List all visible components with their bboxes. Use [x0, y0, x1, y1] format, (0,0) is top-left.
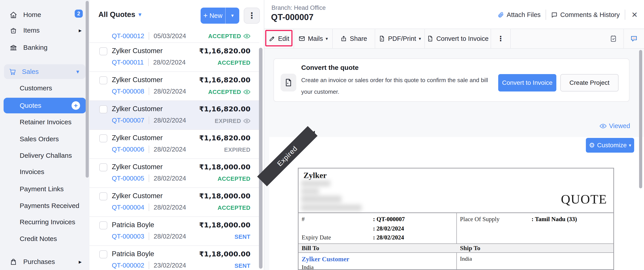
- row-checkbox[interactable]: [99, 163, 107, 171]
- quote-date: 28/02/2024: [154, 204, 186, 211]
- sidebar-item-credit-notes[interactable]: Credit Notes: [0, 232, 90, 246]
- quote-number-link[interactable]: QT-000008: [112, 88, 144, 95]
- divider: [149, 117, 149, 124]
- row-checkbox[interactable]: [99, 221, 107, 229]
- sidebar-item-delivery-challans[interactable]: Delivery Challans: [0, 149, 90, 162]
- quote-row[interactable]: Zylker Customer QT-00000828/02/2024 ₹1,1…: [90, 72, 260, 101]
- sidebar-item-label: Quotes: [20, 102, 41, 109]
- mail-icon: [298, 35, 305, 42]
- sidebar-item-payment-links[interactable]: Payment Links: [0, 182, 90, 196]
- status-label: ACCEPTED: [218, 175, 250, 182]
- pdf-print-button[interactable]: A PDF/Print ▾: [375, 29, 425, 48]
- card-description-line1: Create an invoice or sales order for thi…: [301, 77, 488, 84]
- row-checkbox[interactable]: [99, 134, 107, 142]
- quote-row[interactable]: Zylker Customer QT-00001128/02/2024 ₹1,1…: [90, 43, 260, 72]
- chevron-down-icon: ▾: [138, 11, 142, 18]
- customer-name: Zylker Customer: [112, 192, 162, 200]
- new-button-dropdown[interactable]: ▾: [226, 7, 239, 24]
- quote-number-link[interactable]: QT-000003: [112, 233, 144, 240]
- customer-name: Zylker Customer: [112, 47, 162, 55]
- chat-button[interactable]: [624, 35, 644, 42]
- sidebar-item-banking[interactable]: Banking: [0, 40, 90, 55]
- list-more-button[interactable]: ⋮: [244, 7, 260, 24]
- convert-to-invoice-button[interactable]: Convert to Invoice: [425, 29, 491, 48]
- edit-label: Edit: [278, 35, 289, 42]
- quote-row[interactable]: Patricia Boyle QT-00000328/02/2024 ₹1,18…: [90, 217, 260, 246]
- quote-number-link[interactable]: QT-000005: [112, 175, 144, 182]
- doc-table-column-divider: [456, 212, 457, 270]
- attach-files-label: Attach Files: [507, 11, 541, 18]
- new-quote-button[interactable]: + New ▾: [200, 7, 239, 24]
- sidebar-item-retainer-invoices[interactable]: Retainer Invoices: [0, 115, 90, 129]
- quote-number-link[interactable]: QT-000007: [112, 117, 144, 124]
- quote-number-link[interactable]: QT-000004: [112, 204, 144, 211]
- home-icon: [9, 11, 18, 19]
- doc-shipto-country: India: [460, 256, 472, 262]
- share-button[interactable]: Share: [333, 29, 375, 48]
- sidebar-scrollbar[interactable]: [86, 1, 89, 178]
- convert-to-invoice-primary-button[interactable]: Convert to Invoice: [498, 74, 556, 92]
- pencil-icon: [269, 35, 276, 42]
- document-icon: [427, 35, 434, 42]
- row-checkbox[interactable]: [99, 105, 107, 113]
- viewed-link[interactable]: Viewed: [600, 122, 630, 130]
- cart-icon: [9, 68, 16, 75]
- attach-files-button[interactable]: Attach Files: [497, 11, 541, 18]
- customer-name: Zylker Customer: [112, 163, 162, 171]
- divider: [149, 233, 149, 240]
- doc-billto-customer-link[interactable]: Zylker Customer: [302, 256, 349, 263]
- tasks-clipboard-button[interactable]: [603, 35, 624, 42]
- sidebar-item-quotes[interactable]: Quotes +: [4, 98, 86, 113]
- row-checkbox[interactable]: [99, 76, 107, 84]
- edit-button[interactable]: Edit: [264, 29, 294, 48]
- quote-row[interactable]: Zylker Customer QT-00000428/02/2024 ₹1,1…: [90, 188, 260, 217]
- chevron-down-icon: ▾: [76, 68, 79, 75]
- comments-history-button[interactable]: Comments & History: [551, 11, 620, 18]
- quote-number-link[interactable]: QT-000002: [112, 262, 144, 269]
- viewed-eye-icon: [243, 88, 250, 96]
- customize-button[interactable]: ⚙ Customize ▾: [586, 138, 634, 153]
- sidebar-item-invoices[interactable]: Invoices: [0, 165, 90, 178]
- customer-name: Patricia Boyle: [112, 221, 154, 229]
- row-checkbox[interactable]: [99, 47, 107, 55]
- eye-icon: [600, 123, 607, 130]
- list-filter-dropdown[interactable]: All Quotes ▾: [98, 10, 142, 19]
- mails-button[interactable]: Mails ▾: [294, 29, 333, 48]
- quote-row[interactable]: Patricia Boyle QT-00000223/02/2024 ₹1,18…: [90, 246, 260, 270]
- doc-number-label: #: [302, 216, 305, 223]
- row-checkbox[interactable]: [99, 192, 107, 200]
- toolbar-more-button[interactable]: ⋮: [491, 29, 511, 48]
- quote-row[interactable]: Zylker Customer QT-00000628/02/2024 ₹1,1…: [90, 130, 260, 159]
- sidebar-item-label: Customers: [20, 84, 52, 92]
- list-scrollbar[interactable]: [259, 48, 262, 269]
- quote-row-selected[interactable]: Zylker Customer QT-00000728/02/2024 ₹1,1…: [90, 101, 260, 130]
- detail-scrollbar[interactable]: [639, 50, 642, 188]
- status-label: ACCEPTED: [218, 59, 250, 66]
- sidebar-item-sales-orders[interactable]: Sales Orders: [0, 132, 90, 146]
- sidebar-item-recurring-invoices[interactable]: Recurring Invoices: [0, 215, 90, 229]
- sidebar-item-items[interactable]: Items ▸: [0, 23, 90, 37]
- sidebar-item-sales[interactable]: Sales ▾: [4, 64, 86, 79]
- convert-label: Convert to Invoice: [436, 35, 488, 42]
- bag-icon: [9, 258, 18, 266]
- quick-add-icon[interactable]: +: [72, 101, 80, 110]
- quote-number-link[interactable]: QT-000012: [112, 32, 144, 40]
- status-label: EXPIRED: [215, 118, 241, 125]
- close-icon[interactable]: ✕: [630, 10, 639, 19]
- viewed-label: Viewed: [609, 122, 630, 130]
- items-icon: [9, 26, 18, 34]
- create-project-button[interactable]: Create Project: [560, 74, 618, 92]
- sidebar-item-payments-received[interactable]: Payments Received: [0, 199, 90, 212]
- doc-number-value: : QT-000007: [373, 216, 405, 223]
- quote-row-partial[interactable]: QT-000012 05/03/2024 ACCEPTED: [90, 28, 260, 43]
- sidebar-item-label: Sales: [22, 68, 39, 75]
- pdf-icon: A: [378, 35, 385, 42]
- quote-number-link[interactable]: QT-000011: [112, 59, 144, 66]
- quote-number-link[interactable]: QT-000006: [112, 146, 144, 153]
- row-checkbox[interactable]: [99, 250, 107, 259]
- sidebar-item-purchases[interactable]: Purchases ▸: [0, 255, 90, 269]
- status-label: ACCEPTED: [208, 89, 241, 96]
- sidebar-item-customers[interactable]: Customers: [0, 81, 90, 95]
- quote-row[interactable]: Zylker Customer QT-00000528/02/2024 ₹1,1…: [90, 159, 260, 188]
- app-root: Home 2 Items ▸ Banking Sales ▾ Customers: [0, 0, 644, 270]
